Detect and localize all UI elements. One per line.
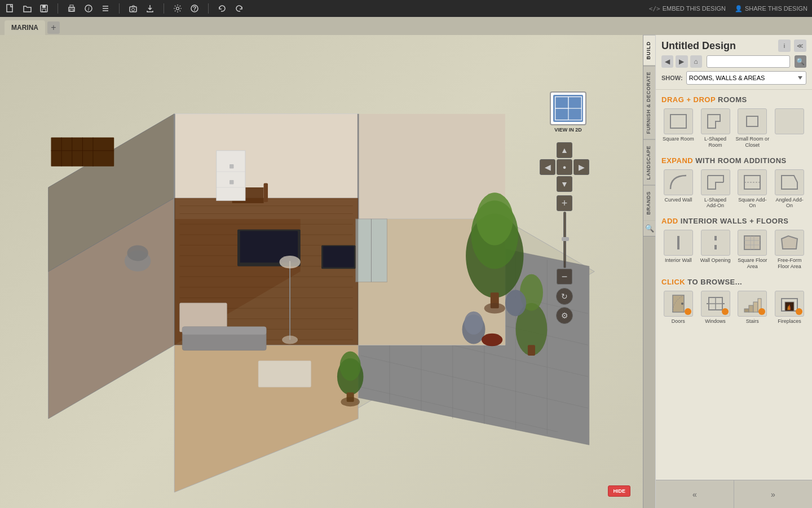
settings-icon[interactable] <box>172 3 183 14</box>
help-icon[interactable]: ? <box>189 3 200 14</box>
show-select[interactable]: ROOMS, WALLS & AREAS <box>686 71 806 85</box>
tab-landscape[interactable]: LANDSCAPE <box>643 139 655 186</box>
canvas[interactable]: VIEW IN 2D ▲ ◀ ● ▶ ▼ + <box>0 35 643 508</box>
svg-text:?: ? <box>193 5 197 12</box>
browse-fireplaces[interactable]: Fireplaces <box>773 291 806 324</box>
item-curved-wall[interactable]: Curved Wall <box>661 169 695 209</box>
panel-search-input[interactable] <box>707 55 790 68</box>
export-icon[interactable] <box>144 3 156 14</box>
svg-rect-117 <box>744 236 760 249</box>
new-icon[interactable] <box>5 3 16 14</box>
item-wall-opening[interactable]: Wall Opening <box>699 230 732 270</box>
embed-link[interactable]: </> EMBED THIS DESIGN <box>649 5 726 12</box>
panel-back[interactable]: ◀ <box>661 55 673 68</box>
add-tab-button[interactable]: + <box>47 21 60 34</box>
svg-rect-61 <box>264 183 268 203</box>
svg-rect-131 <box>753 302 758 312</box>
interior-title: ADD INTERIOR WALLS + FLOORS <box>661 217 806 225</box>
tab-search[interactable]: 🔍 <box>643 221 656 237</box>
panel-bottom: « » <box>656 480 812 508</box>
right-panel-container: BUILD FURNISH & DECORATE LANDSCAPE BRAND… <box>643 35 812 508</box>
panel-home[interactable]: ⌂ <box>690 55 702 68</box>
svg-rect-0 <box>7 5 12 12</box>
nav-right[interactable]: ▶ <box>573 159 589 175</box>
svg-point-87 <box>505 290 526 317</box>
item-angled-addon[interactable]: Angled Add-On <box>773 169 806 209</box>
tab-brands[interactable]: BRANDS <box>643 185 655 221</box>
drag-drop-title: DRAG + DROP ROOMS <box>661 95 806 104</box>
item-square-floor[interactable]: Square Floor Area <box>736 230 770 270</box>
redo-icon[interactable] <box>233 3 245 14</box>
item-square-addon[interactable]: Square Add-On <box>736 169 770 209</box>
panel-title-icons: i ≪ <box>778 40 806 52</box>
view-2d-button[interactable]: VIEW IN 2D <box>550 91 586 133</box>
svg-rect-2 <box>42 5 46 8</box>
item-lshaped-addon[interactable]: L-Shaped Add-On <box>699 169 732 209</box>
tab-furnish[interactable]: FURNISH & DECORATE <box>643 65 655 139</box>
svg-point-13 <box>132 8 135 11</box>
svg-point-69 <box>127 245 148 261</box>
camera-icon[interactable] <box>127 3 139 14</box>
nav-down[interactable]: ▼ <box>557 176 572 192</box>
svg-point-92 <box>282 336 298 344</box>
zoom-in[interactable]: + <box>557 195 572 211</box>
tab-marina[interactable]: MARINA <box>5 20 45 35</box>
tabbar: MARINA + <box>0 17 812 35</box>
direction-pad: ▲ ◀ ● ▶ ▼ + − <box>540 142 589 324</box>
panel-info-icon[interactable]: i <box>778 40 791 52</box>
expand-grid: Curved Wall L-Shaped Add-On <box>661 169 806 209</box>
view-settings[interactable]: ⚙ <box>556 307 573 324</box>
svg-rect-111 <box>747 116 758 126</box>
nav-center[interactable]: ● <box>557 159 572 175</box>
browse-title: CLICK TO BROWSE... <box>661 278 806 286</box>
panel-forward[interactable]: ▶ <box>676 55 687 68</box>
item-freeform-floor[interactable]: Free-Form Floor Area <box>773 230 806 270</box>
panel-collapse-icon[interactable]: ≪ <box>794 40 806 52</box>
item-square-room[interactable]: Square Room <box>661 108 695 148</box>
browse-stairs[interactable]: Stairs <box>736 291 770 324</box>
side-tabs: BUILD FURNISH & DECORATE LANDSCAPE BRAND… <box>643 35 655 508</box>
svg-rect-76 <box>230 180 233 184</box>
hide-button[interactable]: HIDE <box>608 485 630 497</box>
nav-up[interactable]: ▲ <box>557 142 572 158</box>
svg-point-81 <box>484 303 505 314</box>
sep2 <box>119 3 120 14</box>
item-room-4[interactable] <box>773 108 806 148</box>
embed-share-area: </> EMBED THIS DESIGN 👤 SHARE THIS DESIG… <box>649 0 807 17</box>
tab-build[interactable]: BUILD <box>643 35 655 65</box>
browse-doors[interactable]: Doors <box>661 291 695 324</box>
browse-grid: Doors <box>661 291 806 324</box>
rotate-button[interactable]: ↻ <box>556 288 573 305</box>
list-icon[interactable] <box>100 3 111 14</box>
svg-rect-110 <box>670 115 686 128</box>
svg-rect-107 <box>555 108 568 120</box>
browse-windows[interactable]: Windows <box>699 291 732 324</box>
svg-rect-112 <box>744 176 760 189</box>
item-interior-wall[interactable]: Interior Wall <box>661 230 695 270</box>
svg-point-93 <box>280 256 301 268</box>
print-icon[interactable] <box>66 3 77 14</box>
panel-search-button[interactable]: 🔍 <box>795 55 806 68</box>
nav-left[interactable]: ◀ <box>540 159 555 175</box>
item-lshaped-room[interactable]: L-Shaped Room <box>699 108 732 148</box>
open-icon[interactable] <box>21 3 33 14</box>
zoom-out[interactable]: − <box>557 269 572 284</box>
save-icon[interactable] <box>38 3 50 14</box>
expand-title: EXPAND WITH ROOM ADDITIONS <box>661 156 806 165</box>
sep3 <box>164 3 164 14</box>
show-row: SHOW: ROOMS, WALLS & AREAS <box>661 71 806 85</box>
undo-icon[interactable] <box>217 3 228 14</box>
svg-rect-84 <box>528 345 535 356</box>
svg-rect-129 <box>744 309 749 312</box>
svg-rect-96 <box>182 327 266 335</box>
svg-rect-101 <box>258 361 311 387</box>
svg-rect-75 <box>230 164 233 168</box>
panel-title-row: Untitled Design i ≪ <box>661 40 806 52</box>
svg-rect-103 <box>323 246 354 267</box>
collapse-down[interactable]: » <box>734 480 812 508</box>
share-link[interactable]: 👤 SHARE THIS DESIGN <box>735 5 807 12</box>
collapse-up[interactable]: « <box>656 480 734 508</box>
item-small-room[interactable]: Small Room or Closet <box>736 108 770 148</box>
panel-nav: ◀ ▶ ⌂ 🔍 <box>661 55 806 68</box>
info-icon[interactable]: i <box>83 3 94 14</box>
